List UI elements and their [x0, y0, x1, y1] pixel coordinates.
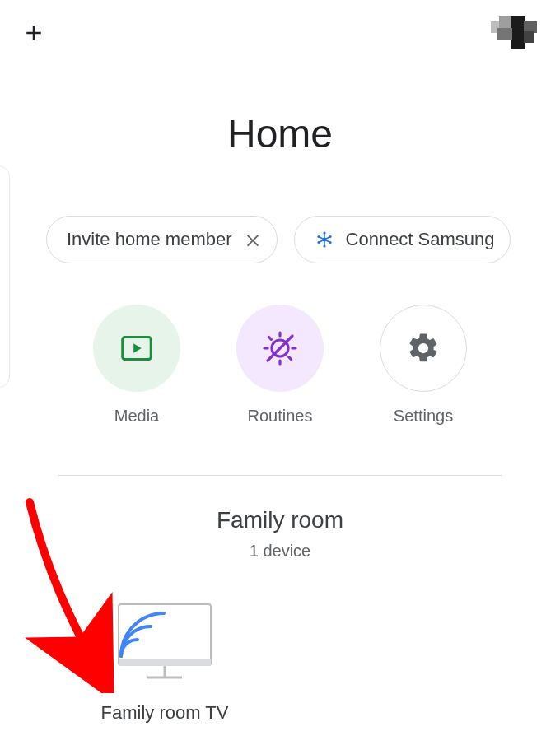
chip-label: Invite home member — [67, 229, 232, 250]
svg-line-20 — [268, 337, 271, 339]
close-icon — [244, 230, 262, 249]
shortcut-label: Media — [114, 407, 159, 426]
account-avatar[interactable] — [491, 16, 539, 49]
page-title: Home — [0, 111, 560, 156]
shortcut-label: Routines — [248, 407, 313, 426]
routines-circle — [236, 305, 324, 392]
chip-dismiss[interactable] — [244, 230, 262, 249]
room-name: Family room — [0, 507, 560, 533]
chip-invite-home-member[interactable]: Invite home member — [46, 216, 278, 263]
svg-line-21 — [289, 357, 292, 360]
section-divider — [58, 475, 502, 476]
routines-icon — [260, 328, 300, 368]
suggestion-chips-row: Invite home member — [0, 216, 560, 263]
shortcut-routines[interactable]: Routines — [236, 305, 324, 426]
cast-tv-icon — [116, 602, 213, 681]
plus-icon — [21, 21, 46, 45]
chip-connect-samsung[interactable]: Connect Samsung — [294, 216, 511, 263]
media-play-icon — [118, 329, 156, 367]
settings-circle — [380, 305, 467, 392]
room-device-count: 1 device — [0, 542, 560, 561]
shortcut-media[interactable]: Media — [93, 305, 180, 426]
shortcuts-row: Media Routines — [0, 305, 560, 426]
left-edge-peek — [0, 165, 10, 388]
device-label: Family room TV — [101, 702, 229, 724]
svg-rect-23 — [119, 659, 211, 666]
topbar — [0, 0, 560, 66]
chip-label: Connect Samsung — [346, 229, 495, 250]
gear-icon — [406, 331, 441, 366]
add-button[interactable] — [21, 21, 46, 45]
smartthings-icon — [315, 230, 334, 249]
shortcut-settings[interactable]: Settings — [380, 305, 467, 426]
device-family-room-tv[interactable]: Family room TV — [99, 602, 231, 724]
shortcut-label: Settings — [394, 407, 453, 426]
media-circle — [93, 305, 180, 392]
